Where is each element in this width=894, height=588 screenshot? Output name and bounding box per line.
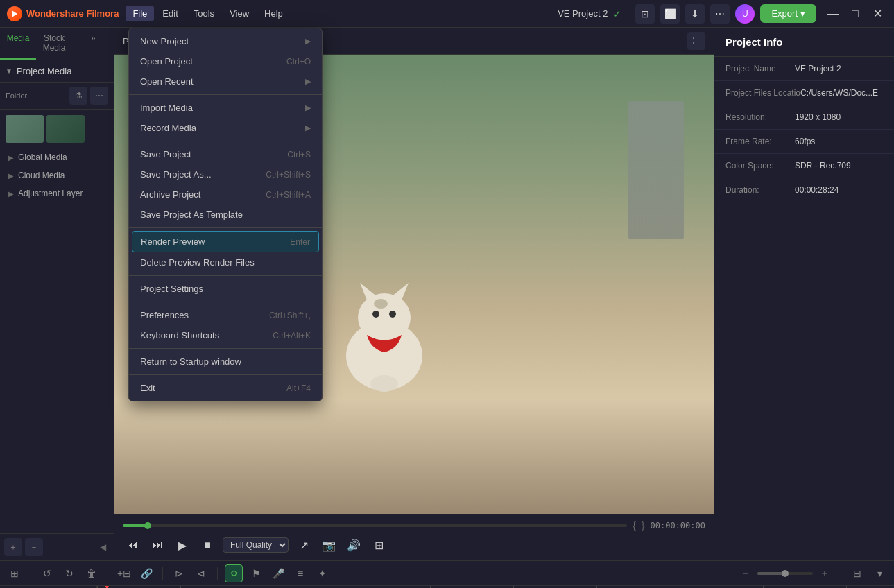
tab-media[interactable]: Media [0, 28, 36, 60]
step-back-btn[interactable]: ⏭ [148, 535, 167, 555]
zoom-slider[interactable] [757, 572, 813, 575]
time-display: 00:00:00:00 [651, 521, 705, 530]
play-btn[interactable]: ▶ [173, 535, 192, 555]
tl-prev-frame-btn[interactable]: ⊳ [170, 564, 188, 582]
tree-item-global-media[interactable]: ▶ Global Media [0, 148, 114, 166]
menu-edit[interactable]: Edit [155, 6, 184, 21]
tl-delete-btn[interactable]: 🗑 [83, 564, 101, 582]
sep-3 [129, 227, 322, 228]
info-row-project-name: Project Name: VE Project 2 [714, 57, 894, 81]
fullscreen-btn[interactable]: ⛶ [687, 32, 705, 50]
folder-label: Folder [6, 92, 27, 100]
right-panel: Project Info Project Name: VE Project 2 … [714, 28, 894, 560]
quality-select[interactable]: Full Quality [223, 537, 289, 553]
menu-import-media[interactable]: Import Media ▶ [129, 98, 322, 118]
tree-item-cloud-media[interactable]: ▶ Cloud Media [0, 166, 114, 184]
menu-view[interactable]: View [223, 6, 256, 21]
submenu-arrow-import: ▶ [305, 103, 311, 112]
svg-point-5 [372, 311, 379, 318]
menu-exit[interactable]: Exit Alt+F4 [129, 378, 322, 398]
minimize-workspace-btn[interactable]: ⊡ [635, 4, 655, 24]
export-button[interactable]: Export ▾ [760, 4, 816, 23]
record-btn[interactable]: ⬜ [660, 4, 680, 24]
filter-btn[interactable]: ⚗ [69, 87, 87, 105]
safe-zone-btn[interactable]: ⊞ [369, 535, 388, 555]
menu-keyboard-shortcuts[interactable]: Keyboard Shortcuts Ctrl+Alt+K [129, 325, 322, 345]
menu-file[interactable]: File [126, 6, 154, 21]
cat-figure [329, 273, 440, 399]
win-maximize-btn[interactable]: □ [845, 4, 865, 24]
tl-grid-btn[interactable]: ⊟ [848, 564, 866, 582]
skip-back-btn[interactable]: ⏮ [123, 535, 142, 555]
menu-save-template[interactable]: Save Project As Template [129, 205, 322, 225]
panel-collapse-btn[interactable]: ◀ [96, 538, 110, 556]
remove-media-btn[interactable]: － [25, 538, 43, 556]
menu-record-media[interactable]: Record Media ▶ [129, 118, 322, 138]
tl-ai-btn[interactable]: ✦ [313, 564, 332, 582]
user-avatar[interactable]: U [735, 4, 755, 24]
menu-open-project[interactable]: Open Project Ctrl+O [129, 51, 322, 71]
svg-point-6 [389, 311, 396, 318]
progress-dot [144, 522, 151, 529]
download-btn[interactable]: ⬇ [685, 4, 705, 24]
win-close-btn[interactable]: ✕ [868, 4, 887, 24]
tl-more-btn[interactable]: ▾ [870, 564, 888, 582]
more-options-btn[interactable]: ⋯ [90, 87, 108, 105]
snapshot-btn[interactable]: 📷 [319, 535, 338, 555]
menu-project-settings[interactable]: Project Settings [129, 279, 322, 299]
app-name: Wondershare Filmora [26, 8, 119, 19]
tl-divider-4 [217, 567, 218, 580]
thumb-2[interactable] [46, 115, 85, 143]
menu-help[interactable]: Help [257, 6, 290, 21]
tl-audio-btn[interactable]: 🎤 [269, 564, 287, 582]
progress-bar[interactable] [123, 524, 627, 527]
settings-btn[interactable]: ⋯ [710, 4, 730, 24]
tab-more[interactable]: » [72, 28, 114, 60]
submenu-arrow: ▶ [305, 37, 311, 46]
menu-save-project-as[interactable]: Save Project As... Ctrl+Shift+S [129, 164, 322, 184]
bracket-right: } [642, 520, 645, 531]
arrow-icon: ▶ [8, 190, 14, 198]
stop-btn[interactable]: ■ [198, 535, 217, 555]
menu-render-preview[interactable]: Render Preview Enter [132, 231, 319, 252]
tl-layout-btn[interactable]: ⊞ [6, 564, 24, 582]
timeline: ⊞ ↺ ↻ 🗑 +⊟ 🔗 ⊳ ⊲ ⚙ ⚑ 🎤 ≡ ✦ － ＋ ⊟ ▾ [0, 560, 894, 588]
svg-marker-4 [391, 283, 409, 300]
project-title: VE Project 2 ✓ [558, 8, 621, 19]
menu-save-project[interactable]: Save Project Ctrl+S [129, 144, 322, 164]
media-thumbnails [0, 110, 114, 148]
menu-new-project[interactable]: New Project ▶ [129, 31, 322, 51]
timeline-toolbar: ⊞ ↺ ↻ 🗑 +⊟ 🔗 ⊳ ⊲ ⚙ ⚑ 🎤 ≡ ✦ － ＋ ⊟ ▾ [0, 561, 894, 586]
app-logo: Wondershare Filmora [7, 6, 119, 21]
tl-subtitle-btn[interactable]: ≡ [291, 564, 309, 582]
audio-btn[interactable]: 🔊 [344, 535, 363, 555]
menu-preferences[interactable]: Preferences Ctrl+Shift+, [129, 305, 322, 325]
tl-zoom-in-btn[interactable]: ＋ [816, 564, 834, 582]
title-actions: ⊡ ⬜ ⬇ ⋯ U Export ▾ [635, 4, 816, 24]
menu-archive-project[interactable]: Archive Project Ctrl+Shift+A [129, 184, 322, 205]
tl-zoom-out-btn[interactable]: － [737, 564, 755, 582]
tl-next-frame-btn[interactable]: ⊲ [192, 564, 210, 582]
tl-marker-btn[interactable]: ⚑ [247, 564, 265, 582]
project-saved-icon: ✓ [613, 8, 621, 19]
menu-open-recent[interactable]: Open Recent ▶ [129, 71, 322, 92]
add-media-btn[interactable]: ＋ [4, 538, 22, 556]
tl-divider-3 [162, 567, 163, 580]
info-row-duration: Duration: 00:00:28:24 [714, 178, 894, 202]
sep-5 [129, 302, 322, 302]
win-minimize-btn[interactable]: — [823, 4, 843, 24]
tree-item-adjustment-layer[interactable]: ▶ Adjustment Layer [0, 184, 114, 202]
thumb-1[interactable] [6, 115, 44, 143]
tl-snap-btn[interactable]: ⚙ [225, 564, 243, 582]
tl-divider-5 [841, 567, 841, 580]
sep-2 [129, 141, 322, 141]
tl-undo-btn[interactable]: ↺ [38, 564, 56, 582]
export-frame-btn[interactable]: ↗ [294, 535, 313, 555]
tl-redo-btn[interactable]: ↻ [60, 564, 78, 582]
tl-link-btn[interactable]: 🔗 [137, 564, 155, 582]
tab-stock-media[interactable]: Stock Media [36, 28, 72, 60]
menu-tools[interactable]: Tools [187, 6, 221, 21]
menu-delete-preview[interactable]: Delete Preview Render Files [129, 252, 322, 273]
menu-return-startup[interactable]: Return to Startup window [129, 352, 322, 372]
tl-add-track-btn[interactable]: +⊟ [115, 564, 133, 582]
